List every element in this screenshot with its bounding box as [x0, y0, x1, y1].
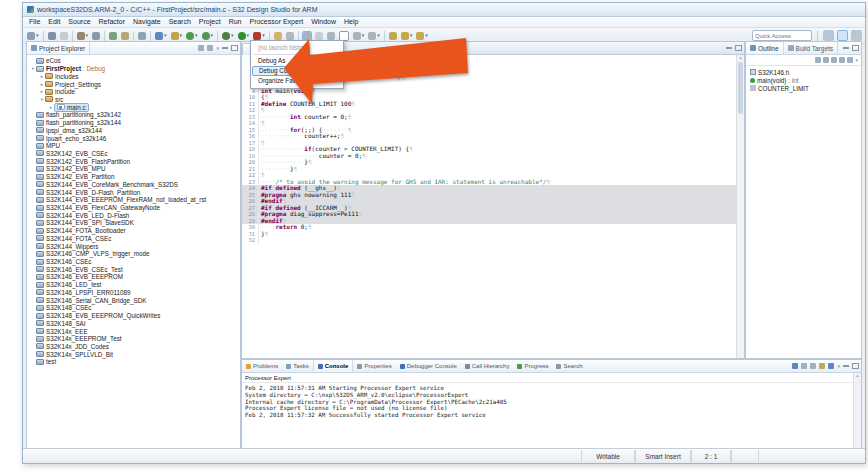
toolbar-processor-expert-button[interactable]: ▾: [185, 31, 199, 41]
toolbar-run-button[interactable]: ▾: [237, 31, 251, 41]
tree-item-s32k142-evb-partition[interactable]: S32K142_EVB_Partition: [27, 173, 240, 181]
tree-item-s32k148-evb-eeeprom-quickwrites[interactable]: S32K148_EVB_EEEPROM_QuickWrites: [27, 312, 240, 320]
tree-item-flash-partitioning-s32k142[interactable]: flash_partitioning_s32k142: [27, 111, 240, 119]
tree-item-s32k146-led-test[interactable]: S32K146_LED_test: [27, 281, 240, 289]
tree-item-firstproject[interactable]: ▾FirstProject: Debug: [27, 65, 240, 73]
toolbar-save-all-button[interactable]: [59, 31, 69, 41]
menu-search[interactable]: Search: [165, 17, 195, 27]
tree-item-flash-partitioning-s32k144[interactable]: flash_partitioning_s32k144: [27, 119, 240, 127]
menu-navigate[interactable]: Navigate: [129, 17, 165, 27]
toolbar-search-button[interactable]: [120, 31, 130, 41]
menu-run[interactable]: Run: [225, 17, 246, 27]
open-perspective-button[interactable]: [823, 30, 834, 41]
tab-console[interactable]: Console: [313, 360, 354, 372]
tree-item-s32k144-wippers[interactable]: S32K144_Wippers: [27, 242, 240, 250]
open-console-icon[interactable]: ▾: [837, 364, 840, 369]
tree-item-s32k142-evb-mpu[interactable]: S32K142_EVB_MPU: [27, 165, 240, 173]
tree-item-s32k146-cmp-vlps-trigger-mode[interactable]: S32K146_CMP_VLPS_trigger_mode: [27, 250, 240, 258]
tree-item-s32k146-evb-csec-test[interactable]: S32K146_EVB_CSEc_Test: [27, 265, 240, 273]
outline-item-main-void[interactable]: main(void) : int: [746, 76, 861, 84]
view-menu-icon[interactable]: ▾: [855, 58, 858, 63]
editor-scrollbar[interactable]: ▲: [736, 55, 744, 358]
tab-search[interactable]: Search: [552, 360, 586, 372]
maximize-icon[interactable]: [852, 363, 859, 369]
tree-item-includes[interactable]: ▸Includes: [27, 72, 240, 80]
display-selected-console-icon[interactable]: [828, 363, 834, 369]
scroll-up-icon[interactable]: ▲: [737, 55, 744, 60]
tree-item-s32k148-sai[interactable]: S32K148_SAI: [27, 319, 240, 327]
menu-processor-expert[interactable]: Processor Expert: [245, 17, 307, 27]
minimize-icon[interactable]: [726, 47, 732, 49]
tree-item-s32k14x-jdd-codes[interactable]: S32K14x_JDD_Codes: [27, 343, 240, 351]
console-scrollbar[interactable]: ▲: [853, 373, 861, 449]
collapse-all-icon[interactable]: [198, 45, 204, 51]
outline-item-s32k146-h[interactable]: S32K146.h: [746, 68, 861, 76]
toolbar-terminal-button[interactable]: [137, 31, 147, 41]
sort-icon[interactable]: [823, 57, 829, 63]
tab-progress[interactable]: Progress: [513, 360, 552, 372]
tree-item-s32k144-evb-spi-slavesdk[interactable]: S32K144_EVB_SPI_SlaveSDK: [27, 219, 240, 227]
tree-item-test[interactable]: test: [27, 358, 240, 366]
tab-outline[interactable]: Outline: [746, 42, 784, 54]
tree-item-ecos[interactable]: eCos: [27, 57, 240, 65]
menu-window[interactable]: Window: [307, 17, 340, 27]
tree-item-s32k142-evb-csec[interactable]: S32K142_EVB_CSEc: [27, 150, 240, 158]
scroll-up-icon[interactable]: ▲: [854, 373, 861, 378]
tab-debugger-console[interactable]: Debugger Console: [396, 360, 461, 372]
maximize-icon[interactable]: [852, 45, 859, 51]
word-wrap-icon[interactable]: [810, 363, 816, 369]
scroll-lock-icon[interactable]: [801, 363, 807, 369]
toolbar-new-c-file-button[interactable]: [108, 31, 118, 41]
outline-item-counter-limit[interactable]: COUNTER_LIMIT: [746, 84, 861, 92]
tree-item-s32k142-evb-flashpartition[interactable]: S32K142_EVB_FlashPartition: [27, 157, 240, 165]
tab-properties[interactable]: Properties: [353, 360, 395, 372]
link-with-editor-icon[interactable]: [207, 45, 213, 51]
tree-item-lpspi-dma-s32k144[interactable]: lpspi_dma_s32k144: [27, 126, 240, 134]
tree-item-s32k146-serial-can-bridge-sdk[interactable]: S32K146_Serial_CAN_Bridge_SDK: [27, 296, 240, 304]
tree-item-s32k144-evb-coremark-benchmark-s32ds[interactable]: S32K144_EVB_CoreMark_Benchmark_S32DS: [27, 181, 240, 189]
toolbar-external-tools-button[interactable]: ▾: [252, 31, 266, 41]
tree-item-s32k14x-eee[interactable]: S32K14x_EEE: [27, 327, 240, 335]
tree-item-s32k14x-spllvld-bit[interactable]: S32K14x_SPLLVLD_Bit: [27, 350, 240, 358]
hide-fields-icon[interactable]: [831, 57, 837, 63]
tree-item-s32k14x-eeeprom-test[interactable]: S32K14x_EEEPROM_Test: [27, 335, 240, 343]
tree-item-project-settings[interactable]: ▸Project_Settings: [27, 80, 240, 88]
toolbar-build-button[interactable]: ▾: [76, 31, 90, 41]
tree-item-s32k144-evb-eeeprom-flexram-not-loaded-at-rst[interactable]: S32K144_EVB_EEEPROM_FlexRAM_not_loaded_a…: [27, 196, 240, 204]
toolbar-new-component-button[interactable]: ▾: [154, 31, 168, 41]
maximize-icon[interactable]: [231, 45, 238, 51]
tab-build-targets[interactable]: Build Targets: [784, 42, 838, 54]
tree-item-include[interactable]: ▸include: [27, 88, 240, 96]
menu-project[interactable]: Project: [195, 17, 225, 27]
ccpp-perspective-button[interactable]: [837, 30, 848, 41]
menu-edit[interactable]: Edit: [44, 17, 64, 27]
other-perspective-button[interactable]: [851, 30, 862, 41]
tree-item-lpuart-echo-s32k146[interactable]: lpuart_echo_s32k146: [27, 134, 240, 142]
toolbar-update-component-button[interactable]: ▾: [201, 31, 215, 41]
minimize-icon[interactable]: [222, 47, 228, 49]
toolbar-generate-code-button[interactable]: ▾: [170, 31, 184, 41]
pin-console-icon[interactable]: [819, 363, 825, 369]
tree-item-mpu[interactable]: MPU: [27, 142, 240, 150]
tree-item-s32k148-csec[interactable]: S32K148_CSEc: [27, 304, 240, 312]
tab-call-hierarchy[interactable]: Call Hierarchy: [461, 360, 514, 372]
quick-access-input[interactable]: [752, 30, 812, 41]
tree-item-main-c[interactable]: ▸main.c: [27, 103, 240, 111]
minimize-icon[interactable]: [843, 47, 849, 49]
tree-item-s32k144-evb-led-d-flash[interactable]: S32K144_EVB_LED_D-Flash: [27, 211, 240, 219]
tab-problems[interactable]: Problems: [242, 360, 282, 372]
menu-source[interactable]: Source: [64, 17, 94, 27]
tree-item-s32k144-fota-csec[interactable]: S32K144_FOTA_CSEc: [27, 235, 240, 243]
minimize-icon[interactable]: [843, 365, 849, 367]
menu-help[interactable]: Help: [340, 17, 362, 27]
scrollbar-thumb[interactable]: [738, 62, 743, 114]
tree-item-s32k144-evb-d-flash-partition[interactable]: S32K144_EVB_D-Flash_Partition: [27, 188, 240, 196]
menu-refactor[interactable]: Refactor: [95, 17, 129, 27]
toolbar-new-wizard-button[interactable]: ▾: [26, 31, 40, 41]
toolbar-save-button[interactable]: [47, 31, 57, 41]
hide-static-members-icon[interactable]: [839, 57, 845, 63]
tree-item-s32k146-evb-eeeprom[interactable]: S32K146_EVB_EEEPROM: [27, 273, 240, 281]
tab-project-explorer[interactable]: Project Explorer: [27, 42, 90, 54]
tree-item-s32k146-lpspi-err011089[interactable]: S32K146_LPSPI_ERR011089: [27, 289, 240, 297]
clear-console-icon[interactable]: [792, 363, 798, 369]
